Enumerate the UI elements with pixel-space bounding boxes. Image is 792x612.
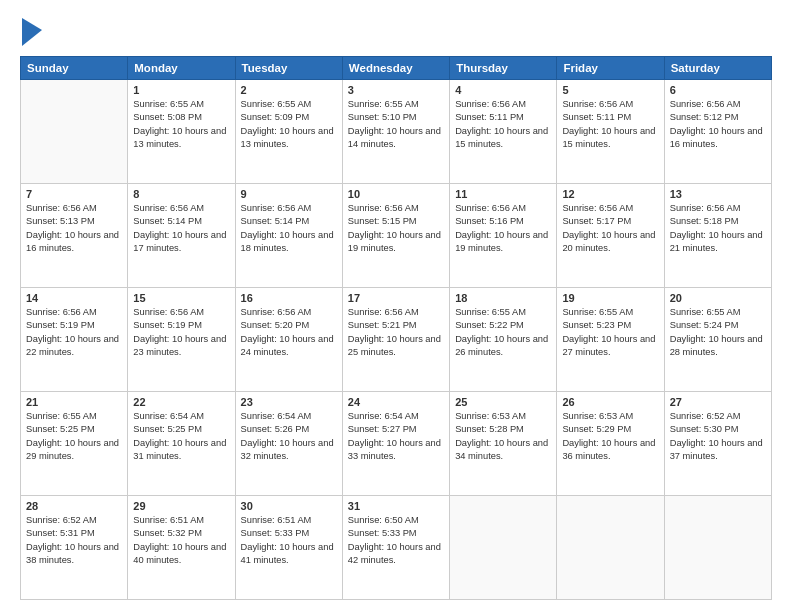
day-info: Sunrise: 6:54 AM Sunset: 5:27 PM Dayligh… — [348, 410, 444, 464]
sunset-time: Sunset: 5:19 PM — [133, 320, 202, 330]
day-number: 21 — [26, 396, 122, 408]
calendar-day-header: Tuesday — [235, 57, 342, 80]
day-number: 3 — [348, 84, 444, 96]
day-number: 17 — [348, 292, 444, 304]
sunset-time: Sunset: 5:27 PM — [348, 424, 417, 434]
calendar-day-header: Monday — [128, 57, 235, 80]
sunset-time: Sunset: 5:22 PM — [455, 320, 524, 330]
daylight-hours: Daylight: 10 hours and 28 minutes. — [670, 334, 763, 357]
daylight-hours: Daylight: 10 hours and 42 minutes. — [348, 542, 441, 565]
day-info: Sunrise: 6:53 AM Sunset: 5:28 PM Dayligh… — [455, 410, 551, 464]
sunrise-time: Sunrise: 6:56 AM — [26, 307, 97, 317]
sunset-time: Sunset: 5:33 PM — [241, 528, 310, 538]
sunrise-time: Sunrise: 6:55 AM — [670, 307, 741, 317]
daylight-hours: Daylight: 10 hours and 17 minutes. — [133, 230, 226, 253]
day-info: Sunrise: 6:56 AM Sunset: 5:12 PM Dayligh… — [670, 98, 766, 152]
day-number: 9 — [241, 188, 337, 200]
calendar-week-row: 7 Sunrise: 6:56 AM Sunset: 5:13 PM Dayli… — [21, 184, 772, 288]
day-number: 31 — [348, 500, 444, 512]
sunset-time: Sunset: 5:33 PM — [348, 528, 417, 538]
calendar-cell: 20 Sunrise: 6:55 AM Sunset: 5:24 PM Dayl… — [664, 288, 771, 392]
calendar-cell: 23 Sunrise: 6:54 AM Sunset: 5:26 PM Dayl… — [235, 392, 342, 496]
calendar-cell: 26 Sunrise: 6:53 AM Sunset: 5:29 PM Dayl… — [557, 392, 664, 496]
daylight-hours: Daylight: 10 hours and 31 minutes. — [133, 438, 226, 461]
daylight-hours: Daylight: 10 hours and 34 minutes. — [455, 438, 548, 461]
calendar-cell: 8 Sunrise: 6:56 AM Sunset: 5:14 PM Dayli… — [128, 184, 235, 288]
day-number: 4 — [455, 84, 551, 96]
day-info: Sunrise: 6:56 AM Sunset: 5:16 PM Dayligh… — [455, 202, 551, 256]
sunset-time: Sunset: 5:17 PM — [562, 216, 631, 226]
sunrise-time: Sunrise: 6:56 AM — [455, 99, 526, 109]
sunset-time: Sunset: 5:18 PM — [670, 216, 739, 226]
calendar-cell: 30 Sunrise: 6:51 AM Sunset: 5:33 PM Dayl… — [235, 496, 342, 600]
calendar-day-header: Saturday — [664, 57, 771, 80]
calendar-cell: 24 Sunrise: 6:54 AM Sunset: 5:27 PM Dayl… — [342, 392, 449, 496]
day-info: Sunrise: 6:53 AM Sunset: 5:29 PM Dayligh… — [562, 410, 658, 464]
calendar-cell: 27 Sunrise: 6:52 AM Sunset: 5:30 PM Dayl… — [664, 392, 771, 496]
daylight-hours: Daylight: 10 hours and 15 minutes. — [455, 126, 548, 149]
day-info: Sunrise: 6:56 AM Sunset: 5:19 PM Dayligh… — [133, 306, 229, 360]
sunrise-time: Sunrise: 6:55 AM — [133, 99, 204, 109]
calendar-cell — [557, 496, 664, 600]
sunrise-time: Sunrise: 6:56 AM — [26, 203, 97, 213]
day-number: 1 — [133, 84, 229, 96]
daylight-hours: Daylight: 10 hours and 37 minutes. — [670, 438, 763, 461]
daylight-hours: Daylight: 10 hours and 16 minutes. — [26, 230, 119, 253]
day-info: Sunrise: 6:55 AM Sunset: 5:24 PM Dayligh… — [670, 306, 766, 360]
day-info: Sunrise: 6:55 AM Sunset: 5:10 PM Dayligh… — [348, 98, 444, 152]
day-number: 16 — [241, 292, 337, 304]
sunrise-time: Sunrise: 6:51 AM — [133, 515, 204, 525]
sunrise-time: Sunrise: 6:56 AM — [562, 99, 633, 109]
calendar-week-row: 1 Sunrise: 6:55 AM Sunset: 5:08 PM Dayli… — [21, 80, 772, 184]
sunset-time: Sunset: 5:28 PM — [455, 424, 524, 434]
calendar-cell: 31 Sunrise: 6:50 AM Sunset: 5:33 PM Dayl… — [342, 496, 449, 600]
day-number: 5 — [562, 84, 658, 96]
sunrise-time: Sunrise: 6:55 AM — [562, 307, 633, 317]
calendar-cell: 12 Sunrise: 6:56 AM Sunset: 5:17 PM Dayl… — [557, 184, 664, 288]
calendar-body: 1 Sunrise: 6:55 AM Sunset: 5:08 PM Dayli… — [21, 80, 772, 600]
daylight-hours: Daylight: 10 hours and 16 minutes. — [670, 126, 763, 149]
calendar-week-row: 21 Sunrise: 6:55 AM Sunset: 5:25 PM Dayl… — [21, 392, 772, 496]
sunset-time: Sunset: 5:14 PM — [133, 216, 202, 226]
daylight-hours: Daylight: 10 hours and 25 minutes. — [348, 334, 441, 357]
day-info: Sunrise: 6:56 AM Sunset: 5:14 PM Dayligh… — [133, 202, 229, 256]
day-number: 14 — [26, 292, 122, 304]
day-number: 7 — [26, 188, 122, 200]
calendar-cell — [21, 80, 128, 184]
day-info: Sunrise: 6:56 AM Sunset: 5:21 PM Dayligh… — [348, 306, 444, 360]
day-number: 13 — [670, 188, 766, 200]
calendar-cell: 13 Sunrise: 6:56 AM Sunset: 5:18 PM Dayl… — [664, 184, 771, 288]
sunrise-time: Sunrise: 6:55 AM — [26, 411, 97, 421]
sunrise-time: Sunrise: 6:50 AM — [348, 515, 419, 525]
sunset-time: Sunset: 5:15 PM — [348, 216, 417, 226]
calendar-cell: 19 Sunrise: 6:55 AM Sunset: 5:23 PM Dayl… — [557, 288, 664, 392]
day-number: 18 — [455, 292, 551, 304]
day-number: 12 — [562, 188, 658, 200]
sunset-time: Sunset: 5:10 PM — [348, 112, 417, 122]
calendar-cell — [664, 496, 771, 600]
calendar-table: SundayMondayTuesdayWednesdayThursdayFrid… — [20, 56, 772, 600]
daylight-hours: Daylight: 10 hours and 21 minutes. — [670, 230, 763, 253]
sunset-time: Sunset: 5:24 PM — [670, 320, 739, 330]
sunrise-time: Sunrise: 6:56 AM — [455, 203, 526, 213]
day-number: 15 — [133, 292, 229, 304]
sunset-time: Sunset: 5:16 PM — [455, 216, 524, 226]
sunrise-time: Sunrise: 6:53 AM — [562, 411, 633, 421]
sunrise-time: Sunrise: 6:52 AM — [670, 411, 741, 421]
sunset-time: Sunset: 5:09 PM — [241, 112, 310, 122]
day-info: Sunrise: 6:51 AM Sunset: 5:32 PM Dayligh… — [133, 514, 229, 568]
day-info: Sunrise: 6:56 AM Sunset: 5:15 PM Dayligh… — [348, 202, 444, 256]
daylight-hours: Daylight: 10 hours and 19 minutes. — [455, 230, 548, 253]
calendar-day-header: Thursday — [450, 57, 557, 80]
daylight-hours: Daylight: 10 hours and 38 minutes. — [26, 542, 119, 565]
day-number: 19 — [562, 292, 658, 304]
day-info: Sunrise: 6:52 AM Sunset: 5:31 PM Dayligh… — [26, 514, 122, 568]
sunrise-time: Sunrise: 6:56 AM — [241, 307, 312, 317]
sunset-time: Sunset: 5:11 PM — [562, 112, 631, 122]
daylight-hours: Daylight: 10 hours and 32 minutes. — [241, 438, 334, 461]
day-number: 2 — [241, 84, 337, 96]
calendar-cell: 17 Sunrise: 6:56 AM Sunset: 5:21 PM Dayl… — [342, 288, 449, 392]
day-info: Sunrise: 6:55 AM Sunset: 5:22 PM Dayligh… — [455, 306, 551, 360]
day-number: 26 — [562, 396, 658, 408]
calendar-cell: 15 Sunrise: 6:56 AM Sunset: 5:19 PM Dayl… — [128, 288, 235, 392]
